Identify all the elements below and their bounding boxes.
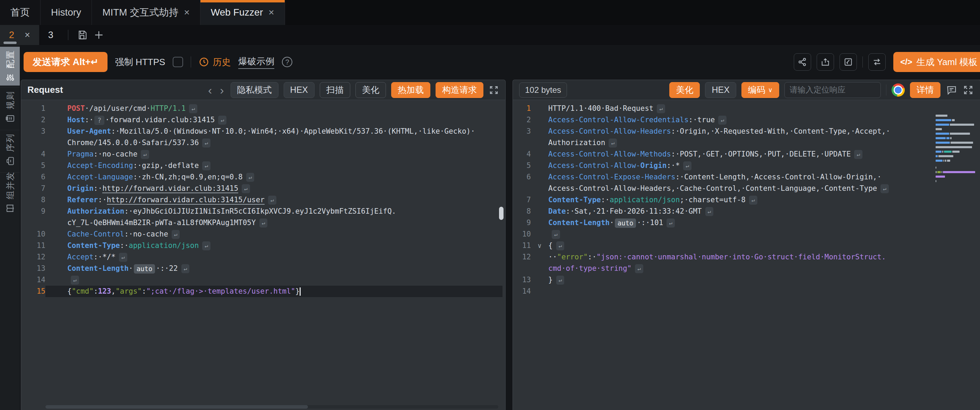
- code-line[interactable]: 12Accept:·*/*↵: [21, 252, 505, 263]
- sidebar-item-label: 配置: [4, 50, 16, 68]
- hot-reload-button[interactable]: 热加载: [391, 82, 430, 98]
- help-icon[interactable]: ?: [282, 57, 292, 67]
- code-icon: </>: [900, 57, 912, 67]
- history-label: 历史: [213, 56, 231, 68]
- code-line[interactable]: 11∨{↵: [513, 240, 980, 252]
- code-line[interactable]: 11Content-Type:·application/json↵: [21, 240, 505, 252]
- fullscreen-icon[interactable]: [488, 85, 499, 95]
- detail-button[interactable]: 详情: [910, 82, 940, 98]
- code-line[interactable]: 3User-Agent:·Mozilla/5.0·(Windows·NT·10.…: [21, 126, 505, 137]
- fuzzer-subtab-3[interactable]: 3: [39, 25, 62, 45]
- sidebar-item-sequence[interactable]: 序列: [0, 130, 20, 169]
- line-number: 10: [513, 228, 531, 240]
- sidebar-item-rules[interactable]: 规则: [0, 87, 20, 126]
- hex-button[interactable]: HEX: [284, 82, 315, 98]
- force-https-checkbox[interactable]: [173, 57, 183, 67]
- line-number: 7: [21, 183, 45, 194]
- code-line[interactable]: 5Access-Control-Allow-Origin:·*↵: [513, 160, 980, 171]
- text-cursor: [300, 287, 301, 296]
- scan-button[interactable]: 扫描: [320, 82, 350, 98]
- code-line[interactable]: 5Accept-Encoding:·gzip,·deflate↵: [21, 160, 505, 171]
- code-line[interactable]: 8Referer:·http://forward.vidar.club:3141…: [21, 194, 505, 206]
- fuzzer-toolbar: 发送请求 Alt+↵ 强制 HTTPS 历史 爆破示例 ?: [24, 52, 292, 72]
- share-icon[interactable]: [794, 53, 811, 71]
- hex-response-button[interactable]: HEX: [705, 82, 736, 98]
- code-line[interactable]: 2Access-Control-Allow-Credentials:·true↵: [513, 114, 980, 126]
- line-number: 5: [21, 160, 45, 171]
- send-request-button[interactable]: 发送请求 Alt+↵: [24, 52, 108, 72]
- code-line[interactable]: 1HTTP/1.1·400·Bad·Request↵: [513, 103, 980, 114]
- divider: [68, 30, 68, 40]
- code-line[interactable]: 9Authorization:·eyJhbGciOiJIUzI1NiIsInR5…: [21, 206, 505, 217]
- scrollbar-thumb[interactable]: [45, 405, 308, 408]
- code-line[interactable]: 13}↵: [513, 274, 980, 286]
- code-line[interactable]: 14: [513, 286, 980, 297]
- prev-arrow-icon[interactable]: ‹: [207, 84, 213, 96]
- comment-icon[interactable]: [946, 84, 958, 96]
- horizontal-scrollbar[interactable]: [45, 405, 498, 408]
- minimap[interactable]: [935, 115, 978, 198]
- code-line[interactable]: 1POST·/api/user/cmd·HTTP/1.1↵: [21, 103, 505, 114]
- beautify-button[interactable]: 美化: [355, 82, 386, 98]
- tab-home[interactable]: 首页: [0, 0, 41, 25]
- next-arrow-icon[interactable]: ›: [218, 84, 225, 96]
- chrome-icon[interactable]: [892, 84, 905, 97]
- response-editor[interactable]: 1HTTP/1.1·400·Bad·Request↵2Access-Contro…: [513, 103, 980, 410]
- save-icon[interactable]: [74, 27, 91, 43]
- response-search-input[interactable]: [785, 82, 881, 98]
- code-line[interactable]: 13Content-Length·auto·:·22↵: [21, 263, 505, 274]
- close-icon[interactable]: ×: [269, 8, 274, 17]
- code-line[interactable]: 10↵: [513, 228, 980, 240]
- add-fuzzer-tab-icon[interactable]: [91, 27, 107, 43]
- fold-icon[interactable]: ∨: [531, 240, 548, 252]
- code-line[interactable]: 8Date:·Sat,·21·Feb·2026·11:33:42·GMT↵: [513, 206, 980, 217]
- code-line[interactable]: cmd·of·type·string"↵: [513, 263, 980, 274]
- code-line[interactable]: cY_7L-QeBHWmi4mB2IR-pWTa-a1L8fOMKPAug1MT…: [21, 217, 505, 228]
- import-icon[interactable]: [840, 53, 857, 71]
- beautify-response-button[interactable]: 美化: [669, 82, 700, 98]
- code-line[interactable]: Authorization↵: [513, 137, 980, 149]
- code-line[interactable]: 14↵: [21, 274, 505, 286]
- code-line[interactable]: Chrome/145.0.0.0·Safari/537.36↵: [21, 137, 505, 149]
- code-line[interactable]: 2Host:·?·forward.vidar.club:31415↵: [21, 114, 505, 126]
- code-line[interactable]: 12··"error":·"json:·cannot·unmarshal·num…: [513, 252, 980, 263]
- button-label: 热加载: [398, 84, 424, 96]
- code-line[interactable]: 4Access-Control-Allow-Methods:·POST,·GET…: [513, 149, 980, 160]
- sidebar-item-config[interactable]: 配置: [0, 47, 20, 85]
- swap-icon[interactable]: [868, 53, 886, 71]
- code-line[interactable]: 6Accept-Language:·zh-CN,zh;q=0.9,en;q=0.…: [21, 171, 505, 183]
- export-icon[interactable]: [817, 53, 834, 71]
- button-label: HEX: [711, 85, 729, 95]
- code-line[interactable]: Access-Control-Allow-Headers,·Cache-Cont…: [513, 183, 980, 194]
- line-number: 6: [513, 171, 531, 183]
- code-line[interactable]: 4Pragma:·no-cache↵: [21, 149, 505, 160]
- build-request-button[interactable]: 构造请求: [436, 82, 484, 98]
- privacy-mode-button[interactable]: 隐私模式: [231, 82, 278, 98]
- history-button[interactable]: 历史: [199, 56, 231, 68]
- code-line[interactable]: 15{"cmd":123,"args":";cat·/flag·>·templa…: [21, 286, 505, 297]
- sidebar-item-concurrent-group[interactable]: 组并发: [0, 173, 20, 211]
- divider: [862, 57, 863, 68]
- encode-dropdown[interactable]: 编码∨: [741, 82, 779, 98]
- tab-web-fuzzer[interactable]: Web Fuzzer×: [200, 0, 285, 25]
- line-number: 4: [21, 149, 45, 160]
- code-line[interactable]: 3Access-Control-Allow-Headers:·Origin,·X…: [513, 126, 980, 137]
- tab-history[interactable]: History: [41, 0, 92, 25]
- scrollbar-thumb[interactable]: [499, 207, 504, 220]
- code-line[interactable]: 9Content-Length·auto·:·101↵: [513, 217, 980, 228]
- newline-mark: ↵: [609, 139, 617, 147]
- close-icon[interactable]: ×: [184, 8, 189, 17]
- button-label: 扫描: [326, 84, 344, 96]
- tab-mitm[interactable]: MITM 交互式劫持×: [92, 0, 200, 25]
- expand-icon[interactable]: [963, 84, 974, 96]
- code-line[interactable]: 10Cache-Control:·no-cache↵: [21, 228, 505, 240]
- code-line[interactable]: 7Content-Type:·application/json;·charset…: [513, 194, 980, 206]
- request-editor[interactable]: 1POST·/api/user/cmd·HTTP/1.1↵2Host:·?·fo…: [21, 103, 505, 410]
- blast-example-link[interactable]: 爆破示例: [238, 55, 274, 69]
- sidebar-item-label: 序列: [4, 133, 16, 152]
- close-icon[interactable]: ×: [25, 30, 30, 41]
- code-line[interactable]: 6Access-Control-Expose-Headers:·Content-…: [513, 171, 980, 183]
- newline-mark: ↵: [181, 264, 190, 273]
- code-line[interactable]: 7Origin:·http://forward.vidar.club:31415…: [21, 183, 505, 194]
- generate-yaml-button[interactable]: </> 生成 Yaml 模板: [893, 52, 980, 72]
